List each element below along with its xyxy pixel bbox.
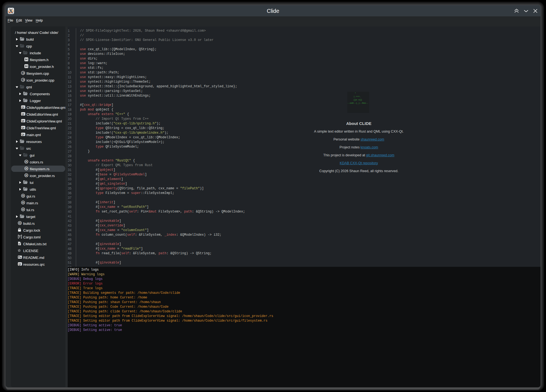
svg-text:R: R: [22, 208, 24, 211]
svg-text:R: R: [25, 174, 27, 177]
svg-text:R: R: [25, 160, 27, 163]
svg-text:Qt: Qt: [22, 106, 24, 108]
svg-text:R: R: [25, 167, 27, 170]
svg-text:R: R: [22, 201, 24, 204]
svg-text:Qt: Qt: [22, 112, 24, 115]
svg-text:Qt: Qt: [22, 126, 24, 129]
svg-text:Qt: Qt: [22, 133, 24, 136]
svg-text:Qt: Qt: [22, 119, 24, 122]
svg-text:R: R: [22, 194, 24, 197]
svg-text:Qt: Qt: [18, 262, 21, 265]
svg-text:R: R: [19, 222, 21, 225]
